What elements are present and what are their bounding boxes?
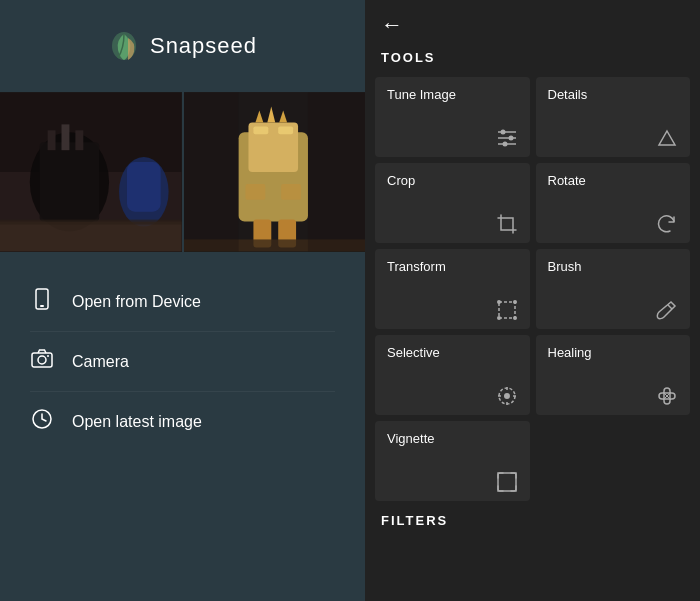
tool-transform-label: Transform (387, 259, 518, 274)
brush-icon (548, 281, 679, 321)
svg-rect-56 (498, 473, 516, 491)
details-icon (548, 109, 679, 149)
svg-rect-21 (281, 184, 301, 200)
menu-item-camera[interactable]: Camera (30, 332, 335, 392)
svg-marker-39 (659, 131, 675, 145)
healing-icon (548, 367, 679, 407)
vignette-icon (387, 453, 518, 493)
tools-grid: Tune Image Details (365, 77, 700, 501)
svg-rect-7 (75, 130, 83, 150)
tool-crop-label: Crop (387, 173, 518, 188)
svg-rect-4 (40, 142, 100, 221)
svg-point-37 (508, 136, 513, 141)
camera-icon (30, 348, 54, 375)
menu-item-label-open-latest: Open latest image (72, 413, 202, 431)
tool-rotate-label: Rotate (548, 173, 679, 188)
tool-healing-label: Healing (548, 345, 679, 360)
svg-point-38 (502, 142, 507, 147)
thumbnail-left[interactable] (0, 92, 182, 252)
right-panel: ← TOOLS Tune Image Details (365, 0, 700, 601)
menu-item-open-device[interactable]: Open from Device (30, 272, 335, 332)
thumbnail-right[interactable] (184, 92, 366, 252)
svg-line-45 (668, 305, 672, 309)
svg-rect-40 (499, 302, 515, 318)
tool-brush-label: Brush (548, 259, 679, 274)
tool-rotate[interactable]: Rotate (536, 163, 691, 243)
svg-rect-6 (61, 124, 69, 150)
tool-tune-image-label: Tune Image (387, 87, 518, 102)
svg-rect-29 (32, 353, 52, 367)
tool-vignette-label: Vignette (387, 431, 518, 446)
tool-brush[interactable]: Brush (536, 249, 691, 329)
svg-point-36 (500, 130, 505, 135)
svg-rect-5 (48, 130, 56, 150)
svg-point-44 (513, 316, 517, 320)
tool-tune-image[interactable]: Tune Image (375, 77, 530, 157)
svg-point-30 (38, 356, 46, 364)
tool-vignette[interactable]: Vignette (375, 421, 530, 501)
menu-items: Open from Device Camera Open (0, 252, 365, 471)
tool-selective[interactable]: Selective (375, 335, 530, 415)
tool-selective-label: Selective (387, 345, 518, 360)
crop-icon (387, 195, 518, 235)
rotate-icon (548, 195, 679, 235)
svg-point-41 (497, 300, 501, 304)
tool-healing[interactable]: Healing (536, 335, 691, 415)
svg-rect-26 (307, 93, 365, 252)
filters-title: FILTERS (365, 501, 700, 536)
svg-rect-11 (0, 220, 182, 225)
tool-transform[interactable]: Transform (375, 249, 530, 329)
clock-icon (30, 408, 54, 435)
tune-image-icon (387, 109, 518, 149)
thumbnails-row (0, 92, 365, 252)
svg-rect-9 (127, 162, 161, 212)
menu-item-label-camera: Camera (72, 353, 129, 371)
thumbnail-left-img (0, 92, 182, 252)
tool-details[interactable]: Details (536, 77, 691, 157)
svg-rect-20 (245, 184, 265, 200)
menu-item-open-latest[interactable]: Open latest image (30, 392, 335, 451)
left-panel: Snapseed (0, 0, 365, 601)
svg-rect-10 (0, 222, 182, 252)
svg-rect-25 (184, 93, 239, 252)
menu-item-label-open-device: Open from Device (72, 293, 201, 311)
selective-icon (387, 367, 518, 407)
svg-point-31 (47, 355, 49, 357)
tools-title: TOOLS (365, 42, 700, 77)
logo-area: Snapseed (0, 0, 365, 82)
back-button[interactable]: ← (365, 0, 700, 42)
svg-rect-28 (40, 305, 44, 307)
svg-point-43 (497, 316, 501, 320)
phone-icon (30, 288, 54, 315)
svg-point-47 (504, 393, 510, 399)
logo-text: Snapseed (150, 33, 257, 59)
tool-details-label: Details (548, 87, 679, 102)
tool-crop[interactable]: Crop (375, 163, 530, 243)
snapseed-logo-icon (108, 30, 140, 62)
svg-rect-15 (253, 126, 268, 134)
svg-point-42 (513, 300, 517, 304)
thumbnail-right-img (184, 92, 366, 252)
transform-icon (387, 281, 518, 321)
svg-rect-16 (278, 126, 293, 134)
